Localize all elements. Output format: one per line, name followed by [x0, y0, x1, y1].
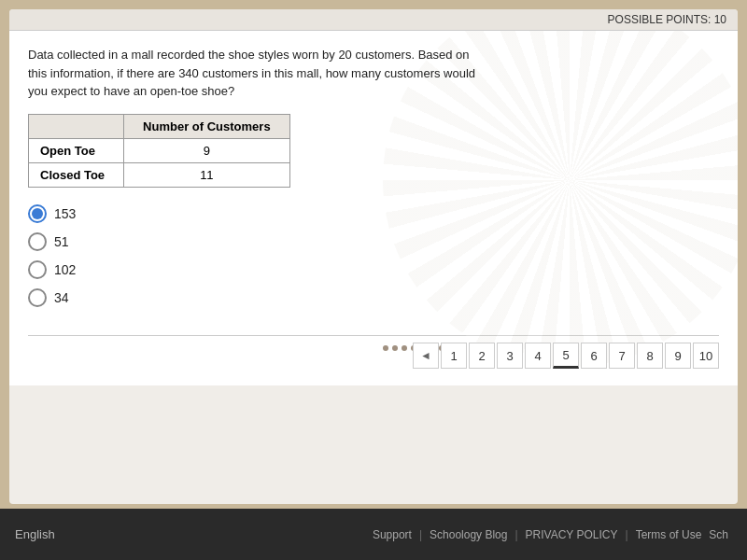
pagination-page-10[interactable]: 10 [693, 343, 719, 369]
footer-support-link[interactable]: Support [373, 528, 412, 541]
table-row: Closed Toe 11 [29, 162, 290, 187]
pagination-page-7[interactable]: 7 [609, 343, 635, 369]
pagination-page-1[interactable]: 1 [441, 343, 467, 369]
points-label: POSSIBLE POINTS: 10 [608, 13, 726, 26]
footer-terms-link[interactable]: Terms of Use [636, 528, 702, 541]
option-51[interactable]: 51 [28, 232, 719, 251]
pagination-page-6[interactable]: 6 [581, 343, 607, 369]
pagination-page-5-active[interactable]: 5 [553, 343, 579, 369]
table-row: Open Toe 9 [29, 138, 290, 162]
footer-sch: Sch [709, 528, 728, 541]
data-table: Number of Customers Open Toe 9 Closed To… [28, 114, 290, 188]
radio-51[interactable] [28, 232, 47, 251]
option-34-label: 34 [54, 290, 69, 305]
main-content: Data collected in a mall recorded the sh… [9, 31, 738, 385]
option-51-label: 51 [54, 234, 69, 249]
radio-102[interactable] [28, 260, 47, 279]
table-header-empty [29, 114, 124, 138]
table-cell-closed-toe: Closed Toe [29, 162, 124, 187]
radio-153-fill [32, 208, 43, 219]
option-153-label: 153 [54, 206, 76, 221]
pagination-prev[interactable]: ◄ [413, 343, 439, 369]
pagination-page-4[interactable]: 4 [525, 343, 551, 369]
answer-options: 153 51 102 34 [28, 204, 719, 307]
radio-153[interactable] [28, 204, 47, 223]
option-102-label: 102 [54, 262, 76, 277]
footer-links: Support | Schoology Blog | PRIVACY POLIC… [373, 528, 728, 541]
footer-privacy-link[interactable]: PRIVACY POLICY [526, 528, 618, 541]
table-header-customers: Number of Customers [124, 114, 290, 138]
pagination-page-8[interactable]: 8 [637, 343, 663, 369]
option-153[interactable]: 153 [28, 204, 719, 223]
footer-blog-link[interactable]: Schoology Blog [430, 528, 507, 541]
table-cell-open-toe: Open Toe [29, 138, 124, 162]
footer-language: English [15, 527, 55, 541]
footer-bar: English Support | Schoology Blog | PRIVA… [0, 509, 747, 560]
pagination: ◄ 1 2 3 4 5 6 7 8 9 10 [413, 343, 719, 369]
pagination-page-3[interactable]: 3 [497, 343, 523, 369]
points-bar: POSSIBLE POINTS: 10 [9, 9, 738, 31]
table-cell-closed-toe-value: 11 [124, 162, 290, 187]
table-cell-open-toe-value: 9 [124, 138, 290, 162]
option-102[interactable]: 102 [28, 260, 719, 279]
radio-34[interactable] [28, 288, 47, 307]
option-34[interactable]: 34 [28, 288, 719, 307]
pagination-page-2[interactable]: 2 [469, 343, 495, 369]
pagination-page-9[interactable]: 9 [665, 343, 691, 369]
question-text: Data collected in a mall recorded the sh… [28, 46, 476, 101]
